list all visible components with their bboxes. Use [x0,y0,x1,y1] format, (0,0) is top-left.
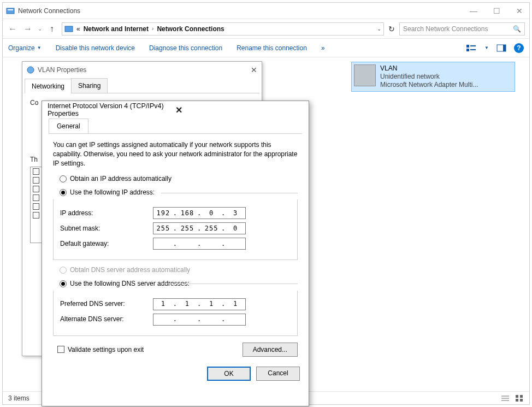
adapter-item-vlan[interactable]: VLAN Unidentified network Microsoft Netw… [351,62,515,92]
ok-button[interactable]: OK [207,367,251,381]
ip-address-label: IP address: [60,209,153,218]
vlan-tabstrip: Networking Sharing [25,78,259,93]
default-gateway-label: Default gateway: [60,239,153,249]
nav-forward-button[interactable]: → [22,24,33,34]
details-view-icon[interactable] [501,394,510,402]
more-commands[interactable]: » [321,44,325,52]
ipv4-properties-dialog: Internet Protocol Version 4 (TCP/IPv4) P… [42,101,309,406]
close-button[interactable]: ✕ [513,7,526,15]
titlebar: Network Connections — ☐ ✕ [3,3,529,19]
address-dropdown[interactable]: ⌄ [377,26,381,32]
alternate-dns-input[interactable]: . . . [153,314,246,326]
svg-rect-14 [516,399,518,402]
disable-device-command[interactable]: Disable this network device [56,44,135,52]
vlan-tab-sharing[interactable]: Sharing [71,78,108,93]
subnet-mask-label: Subnet mask: [60,224,153,233]
alternate-dns-label: Alternate DNS server: [60,315,153,324]
ipv4-titlebar: Internet Protocol Version 4 (TCP/IPv4) P… [42,101,309,119]
default-gateway-input[interactable]: . . . [153,238,246,250]
window-title: Network Connections [18,7,467,15]
svg-rect-2 [65,26,73,32]
large-icons-view-icon[interactable] [515,394,524,402]
vlan-dialog-icon [27,66,34,74]
view-dropdown[interactable]: ▼ [484,45,489,50]
svg-rect-13 [520,395,523,398]
rename-command[interactable]: Rename this connection [237,44,307,52]
search-box[interactable]: Search Network Connections 🔍 [399,22,525,36]
navbar: ← → ⌄ ↑ « Network and Internet › Network… [3,19,529,39]
vlan-dialog-title: VLAN Properties [38,66,247,74]
breadcrumb-1[interactable]: Network and Internet [84,25,149,33]
radio-obtain-dns: Obtain DNS server address automatically [60,266,298,275]
status-item-count: 3 items [8,394,29,402]
radio-obtain-ip[interactable]: Obtain an IP address automatically [60,174,298,184]
help-icon[interactable]: ? [514,43,524,53]
svg-rect-4 [466,49,469,51]
preferred-dns-label: Preferred DNS server: [60,299,153,309]
radio-icon [60,267,67,274]
cancel-button[interactable]: Cancel [256,367,300,381]
adapter-icon [354,64,376,86]
radio-icon [60,175,67,182]
ipv4-tab-general[interactable]: General [49,119,88,133]
ipv4-title: Internet Protocol Version 4 (TCP/IPv4) P… [48,102,175,117]
ipv4-close-button[interactable]: ✕ [175,105,303,115]
search-placeholder: Search Network Connections [403,25,510,33]
radio-use-dns[interactable]: Use the following DNS server addresses: [60,279,298,288]
svg-rect-1 [8,9,13,10]
vlan-tab-networking[interactable]: Networking [25,79,72,93]
adapter-device: Microsoft Network Adapter Multi... [380,81,478,89]
view-options-icon[interactable] [466,44,477,52]
minimize-button[interactable]: — [467,7,480,15]
adapter-name: VLAN [380,64,478,73]
window-icon [6,7,15,15]
refresh-button[interactable]: ↻ [388,25,395,33]
search-icon[interactable]: 🔍 [513,25,521,33]
preview-pane-icon[interactable] [496,44,506,52]
advanced-button[interactable]: Advanced... [243,343,298,357]
ipv4-description: You can get IP settings assigned automat… [53,140,298,168]
svg-point-16 [27,67,34,73]
radio-icon [60,189,67,196]
svg-rect-12 [516,395,518,398]
validate-label: Validate settings upon exit [68,345,144,355]
nav-up-button[interactable]: ↑ [46,24,57,34]
breadcrumb-2[interactable]: Network Connections [157,25,224,33]
vlan-dialog-titlebar: VLAN Properties ✕ [22,62,262,78]
preferred-dns-input[interactable]: 1. 1. 1. 1 [153,298,246,310]
breadcrumb-prefix: « [76,25,80,33]
command-bar: Organize▼ Disable this network device Di… [3,39,529,57]
svg-rect-15 [520,399,523,402]
adapter-status: Unidentified network [380,73,478,81]
svg-rect-0 [7,8,14,14]
subnet-mask-input[interactable]: 255. 255. 255. 0 [153,222,246,234]
organize-menu[interactable]: Organize▼ [8,44,42,52]
svg-rect-3 [466,45,469,48]
nav-history-dropdown[interactable]: ⌄ [38,26,42,32]
ip-address-input[interactable]: 192. 168. 0. 3 [153,207,246,219]
svg-rect-6 [470,49,476,50]
vlan-dialog-close[interactable]: ✕ [251,66,257,74]
radio-use-ip[interactable]: Use the following IP address: [60,188,298,197]
address-bar[interactable]: « Network and Internet › Network Connect… [62,22,384,36]
diagnose-command[interactable]: Diagnose this connection [149,44,222,52]
maximize-button[interactable]: ☐ [490,7,503,15]
breadcrumb-sep: › [152,26,153,32]
radio-icon [60,280,67,287]
svg-rect-8 [503,45,506,51]
address-icon [64,25,73,33]
validate-checkbox[interactable] [57,346,64,353]
svg-rect-5 [470,45,476,46]
nav-back-button[interactable]: ← [7,24,18,34]
